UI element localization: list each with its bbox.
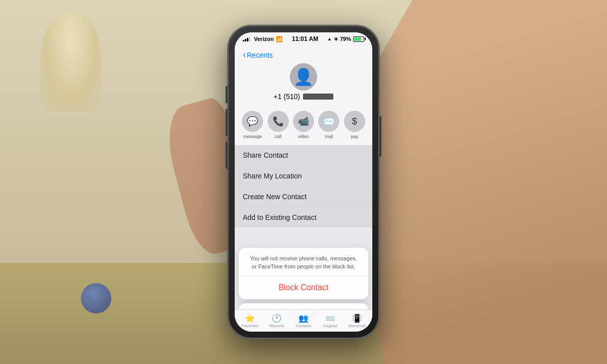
contacts-label: Contacts [295,324,312,328]
back-row: ‹ Recents [243,50,364,60]
mail-button[interactable]: ✉️ mail [318,111,339,139]
action-sheet-message: You will not receive phone calls, messag… [239,248,368,276]
battery-indicator [353,36,364,42]
action-buttons-row: 💬 message 📞 call 📹 video ✉️ mail $ [235,107,372,145]
share-contact-item[interactable]: Share Contact [235,145,372,166]
signal-bar-1 [243,40,244,41]
create-contact-item[interactable]: Create New Contact [235,187,372,207]
video-icon-circle: 📹 [293,111,314,132]
time-display: 11:01 AM [292,35,318,42]
mail-label: mail [325,134,333,139]
globe-bg [81,283,111,313]
share-location-item[interactable]: Share My Location [235,166,372,187]
status-left: Verizon 📶 [243,36,283,42]
location-icon: ▲ [327,36,332,41]
avatar: 👤 [290,63,317,90]
battery-fill [354,37,361,41]
signal-bar-3 [247,38,248,41]
avatar-icon: 👤 [293,67,314,86]
block-contact-button[interactable]: Block Contact [239,276,368,299]
wifi-icon: 📶 [276,36,283,42]
phone-number-redacted [303,94,333,100]
message-icon-circle: 💬 [242,111,263,132]
recents-icon: 🕐 [272,313,282,323]
action-sheet: You will not receive phone calls, messag… [239,248,368,299]
call-icon-circle: 📞 [268,111,289,132]
call-button[interactable]: 📞 call [268,111,289,139]
volume-up-button[interactable] [226,109,228,136]
tab-keypad[interactable]: ⌨️ Keypad [317,313,343,328]
favorites-icon: ⭐ [245,313,255,323]
signal-bars [243,36,250,41]
pay-icon-circle: $ [344,111,365,132]
video-button[interactable]: 📹 video [293,111,314,139]
chevron-left-icon: ‹ [243,50,246,60]
status-bar: Verizon 📶 11:01 AM ▲ ✳ 79% [235,32,372,46]
phone-device: Verizon 📶 11:01 AM ▲ ✳ 79% ‹ [228,25,379,339]
tab-recents[interactable]: 🕐 Recents [264,313,290,328]
mute-button[interactable] [226,86,228,103]
add-existing-item[interactable]: Add to Existing Contact [235,207,372,228]
share-contact-label: Share Contact [243,151,288,159]
message-label: message [243,134,262,139]
menu-overlay: Share Contact Share My Location Create N… [235,145,372,228]
phone-number-prefix: +1 (510) [274,93,300,101]
keypad-icon: ⌨️ [325,313,335,323]
pay-label: pay [351,134,358,139]
phone-number-display: +1 (510) [274,93,334,101]
back-label: Recents [247,51,273,59]
create-contact-label: Create New Contact [243,193,307,201]
signal-bar-4 [249,37,250,41]
battery-percent: 79% [340,36,351,42]
keypad-label: Keypad [323,324,337,328]
favorites-label: Favorites [242,324,258,328]
contacts-icon: 👥 [298,313,309,323]
contact-header: ‹ Recents 👤 +1 (510) [235,46,372,107]
tab-bar: ⭐ Favorites 🕐 Recents 👥 Contacts ⌨️ Keyp… [235,309,372,332]
tab-favorites[interactable]: ⭐ Favorites [237,313,264,328]
add-existing-label: Add to Existing Contact [243,213,317,221]
phone-frame: Verizon 📶 11:01 AM ▲ ✳ 79% ‹ [228,25,379,339]
pay-button[interactable]: $ pay [344,111,365,139]
signal-bar-2 [245,39,246,41]
power-button[interactable] [379,116,381,157]
recents-label: Recents [270,324,284,328]
mail-icon-circle: ✉️ [318,111,339,132]
carrier-label: Verizon [254,36,274,42]
status-right: ▲ ✳ 79% [327,36,364,42]
voicemail-label: Voicemail [348,324,365,328]
tab-contacts[interactable]: 👥 Contacts [290,313,317,328]
call-label: call [275,134,282,139]
voicemail-icon: 📳 [352,313,362,323]
volume-down-button[interactable] [226,142,228,169]
back-button[interactable]: ‹ Recents [243,50,273,60]
video-label: video [298,134,309,139]
message-button[interactable]: 💬 message [242,111,263,139]
tab-voicemail[interactable]: 📳 Voicemail [343,313,370,328]
bluetooth-icon: ✳ [334,36,338,42]
phone-screen: Verizon 📶 11:01 AM ▲ ✳ 79% ‹ [235,32,372,332]
lamp-bg [40,10,101,111]
share-location-label: Share My Location [243,172,302,180]
